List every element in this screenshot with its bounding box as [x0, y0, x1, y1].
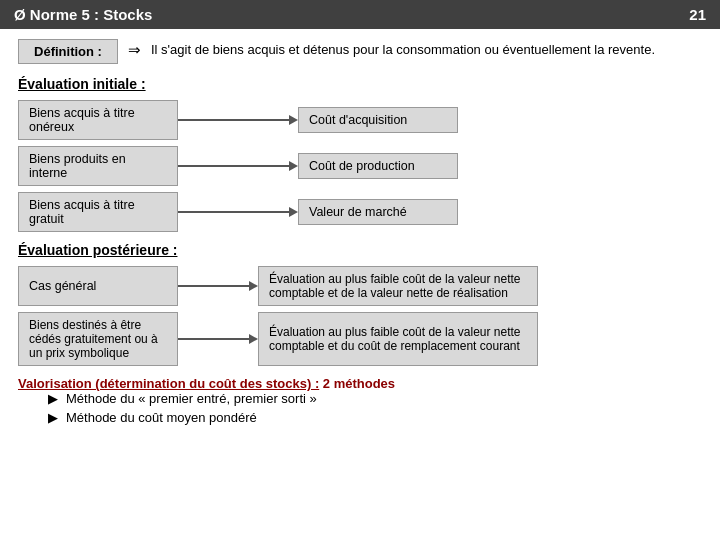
methode-item-1: ▶ Méthode du coût moyen pondéré	[48, 410, 702, 425]
arrow-0	[178, 115, 298, 125]
evaluation-posterieure-title: Évaluation postérieure :	[18, 242, 702, 258]
arrow-1	[178, 161, 298, 171]
definition-arrow: ⇒	[128, 41, 141, 59]
flow-row-0: Biens acquis à titre onéreux Coût d'acqu…	[18, 100, 702, 140]
flow-left-2: Biens acquis à titre gratuit	[18, 192, 178, 232]
valorisation-line: Valorisation (détermination du coût des …	[18, 376, 702, 391]
flow-right-0: Coût d'acquisition	[298, 107, 458, 133]
methode-bullet-1: ▶	[48, 410, 58, 425]
header-title: Ø Norme 5 : Stocks	[14, 6, 152, 23]
valorisation-normal: 2 méthodes	[319, 376, 395, 391]
evaluation-initiale-title: Évaluation initiale :	[18, 76, 702, 92]
arrow-post-0	[178, 281, 258, 291]
flow-post-row-0: Cas général Évaluation au plus faible co…	[18, 266, 702, 306]
evaluation-initiale-section: Évaluation initiale : Biens acquis à tit…	[18, 76, 702, 232]
methode-bullet-0: ▶	[48, 391, 58, 406]
arrow-2	[178, 207, 298, 217]
valorisation-underlined: Valorisation (détermination du coût des …	[18, 376, 319, 391]
flow-post-left-0: Cas général	[18, 266, 178, 306]
methode-text-0: Méthode du « premier entré, premier sort…	[66, 391, 317, 406]
definition-row: Définition : ⇒ Il s'agit de biens acquis…	[18, 39, 702, 64]
evaluation-posterieure-section: Évaluation postérieure : Cas général Éva…	[18, 242, 702, 366]
flow-left-1: Biens produits en interne	[18, 146, 178, 186]
flow-post-left-1: Biens destinés à être cédés gratuitement…	[18, 312, 178, 366]
methode-item-0: ▶ Méthode du « premier entré, premier so…	[48, 391, 702, 406]
content: Définition : ⇒ Il s'agit de biens acquis…	[0, 29, 720, 439]
definition-label: Définition :	[18, 39, 118, 64]
definition-text: Il s'agit de biens acquis et détenus pou…	[151, 39, 702, 57]
flow-post-row-1: Biens destinés à être cédés gratuitement…	[18, 312, 702, 366]
header-number: 21	[689, 6, 706, 23]
methode-list: ▶ Méthode du « premier entré, premier so…	[48, 391, 702, 425]
flow-right-2: Valeur de marché	[298, 199, 458, 225]
flow-post-right-0: Évaluation au plus faible coût de la val…	[258, 266, 538, 306]
methode-text-1: Méthode du coût moyen pondéré	[66, 410, 257, 425]
flow-row-1: Biens produits en interne Coût de produc…	[18, 146, 702, 186]
flow-right-1: Coût de production	[298, 153, 458, 179]
header: Ø Norme 5 : Stocks 21	[0, 0, 720, 29]
flow-row-2: Biens acquis à titre gratuit Valeur de m…	[18, 192, 702, 232]
flow-post-right-1: Évaluation au plus faible coût de la val…	[258, 312, 538, 366]
flow-left-0: Biens acquis à titre onéreux	[18, 100, 178, 140]
arrow-post-1	[178, 334, 258, 344]
